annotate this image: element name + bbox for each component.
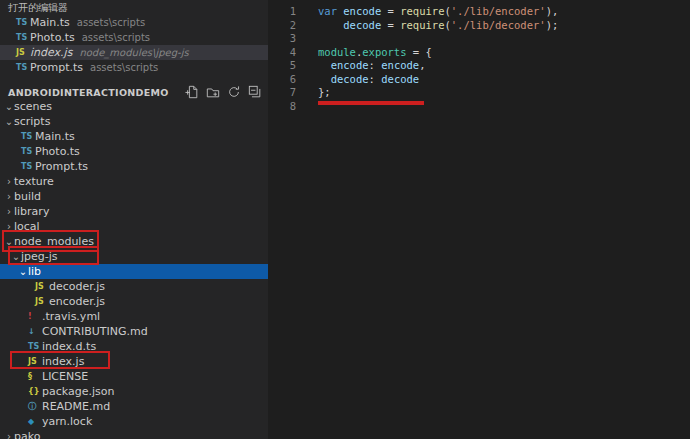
- code-token: :: [369, 73, 382, 85]
- tree-item-pako[interactable]: ›pako: [0, 429, 268, 439]
- tree-item-encoder.js[interactable]: JSencoder.js: [0, 294, 268, 309]
- tree-item-package.json[interactable]: {}package.json: [0, 384, 268, 399]
- indent-spacer: [0, 406, 18, 407]
- tree-item-label: .travis.yml: [42, 310, 100, 323]
- indent-spacer: [0, 271, 18, 272]
- code-line: var encode = require('./lib/encoder'),: [318, 5, 558, 19]
- tree-item-README.md[interactable]: ⓘREADME.md: [0, 399, 268, 414]
- typescript-icon: TS: [21, 147, 35, 156]
- code-token: require: [400, 19, 444, 31]
- open-editor-file-name: Main.ts: [30, 16, 70, 29]
- open-editor-item-Main.ts[interactable]: TSMain.tsassets\scripts: [0, 15, 268, 30]
- indent-spacer: [0, 256, 11, 257]
- tree-item-LICENSE[interactable]: §LICENSE: [0, 369, 268, 384]
- tree-item-label: decoder.js: [49, 280, 105, 293]
- code-editor[interactable]: 12345678 var encode = require('./lib/enc…: [268, 0, 690, 439]
- code-token: decode: [331, 73, 369, 85]
- tree-item-label: library: [14, 205, 49, 218]
- line-number: 2: [268, 19, 296, 33]
- typescript-icon: TS: [21, 132, 35, 141]
- tree-item-jpeg-js[interactable]: ⌄jpeg-js: [0, 249, 268, 264]
- open-editors-list: TSMain.tsassets\scriptsTSPhoto.tsassets\…: [0, 15, 268, 75]
- tree-item-decoder.js[interactable]: JSdecoder.js: [0, 279, 268, 294]
- chevron-right-icon: ›: [4, 204, 14, 219]
- open-editor-file-name: index.js: [30, 46, 72, 59]
- indent-spacer: [0, 391, 18, 392]
- tree-item-label: package.json: [42, 385, 114, 398]
- tree-item-.travis.yml[interactable]: !.travis.yml: [0, 309, 268, 324]
- tree-item-Main.ts[interactable]: TSMain.ts: [0, 129, 268, 144]
- section-gap: [0, 75, 268, 85]
- tree-item-lib[interactable]: ⌄lib: [0, 264, 268, 279]
- line-number: 7: [268, 86, 296, 100]
- refresh-icon[interactable]: [227, 85, 241, 99]
- open-editor-file-path: assets\scripts: [77, 17, 145, 28]
- chevron-down-icon: ⌄: [11, 249, 21, 264]
- tree-item-node_modules[interactable]: ⌄node_modules: [0, 234, 268, 249]
- explorer-tree: ⌄scenes⌄scriptsTSMain.tsTSPhoto.tsTSProm…: [0, 99, 268, 439]
- code-line: encode: encode,: [318, 59, 558, 73]
- tree-item-label: scripts: [14, 115, 50, 128]
- code-token: require: [400, 5, 444, 17]
- vscode-window: 打开的编辑器 TSMain.tsassets\scriptsTSPhoto.ts…: [0, 0, 690, 439]
- code-token: encode: [331, 59, 369, 71]
- javascript-icon: JS: [35, 297, 49, 306]
- tree-item-Prompt.ts[interactable]: TSPrompt.ts: [0, 159, 268, 174]
- open-editor-item-index.js[interactable]: JSindex.jsnode_modules\jpeg-js: [0, 45, 268, 60]
- chevron-right-icon: ›: [4, 429, 14, 439]
- new-file-icon[interactable]: [185, 85, 199, 99]
- tree-item-label: texture: [14, 175, 54, 188]
- open-editor-item-Prompt.ts[interactable]: TSPrompt.tsassets\scripts: [0, 60, 268, 75]
- open-editors-header[interactable]: 打开的编辑器: [0, 0, 268, 15]
- tree-item-label: CONTRIBUTING.md: [42, 325, 148, 338]
- typescript-icon: TS: [16, 63, 30, 72]
- explorer-section-header[interactable]: ANDROIDINTERACTIONDEMO: [0, 85, 268, 99]
- tree-item-library[interactable]: ›library: [0, 204, 268, 219]
- tree-item-yarn.lock[interactable]: ◆yarn.lock: [0, 414, 268, 429]
- collapse-all-icon[interactable]: [248, 85, 262, 99]
- tree-item-Photo.ts[interactable]: TSPhoto.ts: [0, 144, 268, 159]
- tree-item-local[interactable]: ›local: [0, 219, 268, 234]
- code-token: encode: [343, 5, 381, 17]
- tree-item-label: lib: [28, 265, 41, 278]
- code-token: ),: [546, 5, 559, 17]
- license-icon: §: [28, 372, 42, 381]
- code-token: decode: [381, 73, 419, 85]
- indent-spacer: [0, 151, 11, 152]
- indent-spacer: [0, 301, 25, 302]
- tree-item-index.js[interactable]: JSindex.js: [0, 354, 268, 369]
- indent-spacer: [0, 316, 18, 317]
- code-token: module: [318, 46, 356, 58]
- tree-item-label: Main.ts: [35, 130, 75, 143]
- code-token: exports: [362, 46, 406, 58]
- tree-item-texture[interactable]: ›texture: [0, 174, 268, 189]
- code-line: decode: decode: [318, 73, 558, 87]
- code-token: =: [381, 5, 400, 17]
- tree-item-label: Prompt.ts: [35, 160, 88, 173]
- readme-icon: ⓘ: [28, 401, 42, 412]
- indent-spacer: [0, 286, 25, 287]
- code-token: [318, 59, 331, 71]
- tree-item-build[interactable]: ›build: [0, 189, 268, 204]
- tree-item-scripts[interactable]: ⌄scripts: [0, 114, 268, 129]
- workspace-title: ANDROIDINTERACTIONDEMO: [8, 87, 169, 98]
- open-editor-file-name: Photo.ts: [30, 31, 75, 44]
- markdown-icon: ↓: [28, 327, 42, 336]
- tree-item-scenes[interactable]: ⌄scenes: [0, 99, 268, 114]
- new-folder-icon[interactable]: [206, 85, 220, 99]
- chevron-down-icon: ⌄: [4, 234, 14, 249]
- open-editor-item-Photo.ts[interactable]: TSPhoto.tsassets\scripts: [0, 30, 268, 45]
- tree-item-index.d.ts[interactable]: TSindex.d.ts: [0, 339, 268, 354]
- indent-spacer: [0, 346, 18, 347]
- indent-spacer: [0, 166, 11, 167]
- code-line: };: [318, 86, 558, 100]
- code-token: :: [369, 59, 382, 71]
- tree-item-CONTRIBUTING.md[interactable]: ↓CONTRIBUTING.md: [0, 324, 268, 339]
- code-content: var encode = require('./lib/encoder'), d…: [308, 5, 558, 439]
- code-token: './lib/encoder': [451, 5, 546, 17]
- open-editor-file-path: assets\scripts: [82, 32, 150, 43]
- tree-item-label: index.js: [42, 355, 84, 368]
- line-number: 6: [268, 73, 296, 87]
- indent-spacer: [0, 421, 18, 422]
- line-number: 3: [268, 32, 296, 46]
